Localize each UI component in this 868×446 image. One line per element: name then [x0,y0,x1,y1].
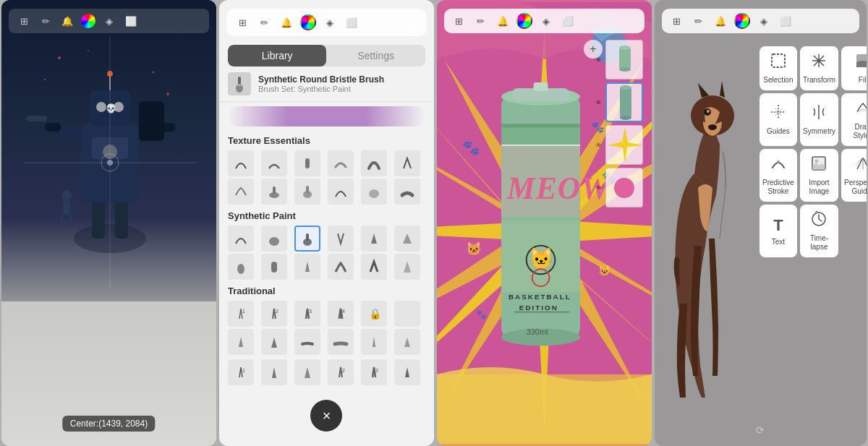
draw-styles-label: Draw Styles [844,123,867,140]
brush-cell[interactable] [394,226,420,252]
brush-cell[interactable] [228,179,254,205]
guides-label: Guides [767,127,790,136]
brush-cell[interactable]: 3 [361,359,387,385]
import-image-tool[interactable]: Import Image [800,149,838,202]
transform-tool[interactable]: Transform [800,46,838,90]
color-wheel-icon[interactable] [81,14,95,28]
brush-cell[interactable]: 2 [261,301,287,327]
layer-item[interactable]: 👁 [605,168,649,207]
canvas-icon[interactable]: ⬜ [123,13,139,29]
layer-eye-icon[interactable]: 👁 [595,56,602,64]
layer-item[interactable]: 👁 [605,82,649,122]
brush-icon[interactable]: 🔔 [59,13,75,29]
pen-icon-p2[interactable]: ✏ [257,14,273,30]
color-wheel-p2[interactable] [300,14,316,30]
brush-cell[interactable] [261,150,287,176]
brush-cell[interactable] [328,179,354,205]
brush-cell[interactable] [361,254,387,280]
brush-cell[interactable] [328,150,354,176]
timelapse-tool[interactable]: Time-lapse [800,205,838,257]
svg-point-24 [88,50,89,51]
color-wheel-p3[interactable] [516,13,532,29]
brush-cell[interactable] [394,179,420,205]
perspective-guides-tool[interactable]: Perspective Guides [841,149,867,202]
close-button[interactable]: × [310,400,342,432]
brush-cell[interactable] [394,150,420,176]
guides-tool[interactable]: Guides [760,93,797,146]
pen-icon-p4[interactable]: ✏ [691,13,707,29]
brush-cell[interactable]: 🔒 [361,301,387,327]
layer-eye-icon[interactable]: 👁 [595,184,602,192]
timelapse-icon [810,210,827,231]
predictive-stroke-tool[interactable]: Predictive Stroke [760,149,797,202]
dog-illustration [658,43,760,426]
brush-cell[interactable] [228,226,254,252]
brush-cell[interactable] [294,359,320,385]
layers-icon-p3[interactable]: ◈ [538,13,554,29]
layers-icon-p4[interactable]: ◈ [756,13,772,29]
brush-cell[interactable] [361,150,387,176]
svg-point-105 [620,116,631,120]
layer-eye-icon[interactable]: 👁 [595,99,602,106]
svg-text:2: 2 [276,309,278,314]
brush-cell[interactable] [261,179,287,205]
brush-cell[interactable]: 1 [228,359,254,385]
brush-cell[interactable] [261,226,287,252]
brush-cell[interactable] [228,254,254,280]
grid-icon[interactable]: ⊞ [16,13,32,29]
brush-cell[interactable] [294,150,320,176]
brush-cell[interactable]: 2 [328,359,354,385]
brush-cell[interactable] [294,329,320,355]
brush-icon-p3[interactable]: 🔔 [495,13,511,29]
brush-cell[interactable] [261,254,287,280]
text-tool[interactable]: T Text [760,205,797,257]
grid-icon-p3[interactable]: ⊞ [451,13,467,29]
selection-tool[interactable]: Selection [760,46,797,90]
tab-library[interactable]: Library [228,45,327,67]
symmetry-tool[interactable]: Symmetry [800,93,838,146]
brush-cell[interactable] [394,254,420,280]
color-wheel-p4[interactable] [734,13,750,29]
brush-cell[interactable] [294,254,320,280]
tab-settings[interactable]: Settings [326,45,425,67]
brush-cell[interactable] [228,150,254,176]
svg-marker-56 [373,337,375,347]
pen-icon[interactable]: ✏ [38,13,54,29]
brush-cell[interactable] [261,359,287,385]
pen-icon-p3[interactable]: ✏ [473,13,489,29]
brush-cell[interactable] [394,301,420,327]
brush-cell[interactable]: 4 [328,301,354,327]
layer-eye-icon[interactable]: 👁 [595,142,602,149]
brush-cell[interactable] [261,329,287,355]
brush-cell[interactable] [394,329,420,355]
layers-icon-p2[interactable]: ◈ [322,14,338,30]
grid-icon-p4[interactable]: ⊞ [669,13,685,29]
brush-cell[interactable] [328,254,354,280]
brush-scroll-area[interactable]: Texture Essentials Synthetic Paint [219,131,434,387]
brush-cell[interactable] [361,226,387,252]
brush-cell[interactable] [294,226,320,252]
svg-marker-55 [271,338,277,348]
brush-icon-p2[interactable]: 🔔 [278,14,294,30]
brush-cell[interactable] [361,179,387,205]
svg-rect-34 [305,158,310,168]
brush-cell[interactable]: 1 [228,301,254,327]
brush-cell[interactable]: 3 [294,301,320,327]
brush-cell[interactable] [294,179,320,205]
brush-cell[interactable] [394,359,420,385]
brush-cell[interactable] [228,329,254,355]
layers-icon[interactable]: ◈ [101,13,117,29]
grid-icon-p2[interactable]: ⊞ [235,14,251,30]
svg-rect-10 [59,126,81,137]
layer-item[interactable]: 👁 [605,40,649,80]
fill-tool[interactable]: Fill [841,46,867,90]
canvas-icon-p3[interactable]: ⬜ [560,13,576,29]
canvas-icon-p2[interactable]: ⬜ [344,14,359,30]
brush-icon-p4[interactable]: 🔔 [712,13,728,29]
brush-cell[interactable] [361,329,387,355]
brush-cell[interactable] [328,329,354,355]
canvas-icon-p4[interactable]: ⬜ [778,13,793,29]
brush-cell[interactable] [328,226,354,252]
draw-styles-tool[interactable]: Draw Styles [841,93,867,146]
layer-item[interactable]: 👁 [605,125,649,165]
